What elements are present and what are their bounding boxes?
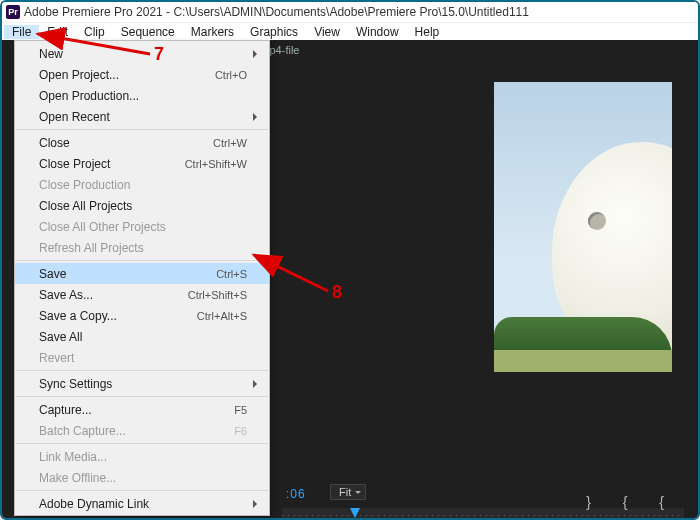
menu-item-capture[interactable]: Capture...F5 [15, 399, 269, 420]
menu-item-close-project[interactable]: Close ProjectCtrl+Shift+W [15, 153, 269, 174]
menu-markers[interactable]: Markers [183, 25, 242, 39]
file-menu-dropdown: New Open Project...Ctrl+O Open Productio… [14, 40, 270, 516]
menu-window[interactable]: Window [348, 25, 407, 39]
menu-item-sync-settings[interactable]: Sync Settings [15, 373, 269, 394]
menu-item-new[interactable]: New [15, 43, 269, 64]
menu-item-adobe-anywhere: Adobe Anywhere [15, 514, 269, 516]
window-title: Adobe Premiere Pro 2021 - C:\Users\ADMIN… [24, 5, 529, 19]
menu-view[interactable]: View [306, 25, 348, 39]
menu-item-open-production[interactable]: Open Production... [15, 85, 269, 106]
menu-separator [16, 396, 268, 397]
menu-file[interactable]: File [4, 25, 39, 39]
preview-image-ground [494, 350, 672, 372]
title-bar: Pr Adobe Premiere Pro 2021 - C:\Users\AD… [2, 2, 698, 22]
menu-item-adobe-dynamic-link[interactable]: Adobe Dynamic Link [15, 493, 269, 514]
menu-edit[interactable]: Edit [39, 25, 76, 39]
zoom-fit-dropdown[interactable]: Fit [330, 484, 366, 500]
menu-sequence[interactable]: Sequence [113, 25, 183, 39]
timecode[interactable]: :06 [286, 487, 306, 501]
app-icon: Pr [6, 5, 20, 19]
menu-item-close-production: Close Production [15, 174, 269, 195]
menu-item-close-all-other: Close All Other Projects [15, 216, 269, 237]
menu-graphics[interactable]: Graphics [242, 25, 306, 39]
menu-separator [16, 129, 268, 130]
menu-item-close[interactable]: CloseCtrl+W [15, 132, 269, 153]
menu-separator [16, 260, 268, 261]
menu-item-refresh-all: Refresh All Projects [15, 237, 269, 258]
menu-help[interactable]: Help [407, 25, 448, 39]
marker-braces: } { { [586, 494, 678, 510]
menu-item-make-offline: Make Offline... [15, 467, 269, 488]
annotation-number-7: 7 [154, 44, 164, 65]
menu-item-batch-capture: Batch Capture...F6 [15, 420, 269, 441]
menu-item-close-all-projects[interactable]: Close All Projects [15, 195, 269, 216]
program-monitor[interactable] [494, 82, 672, 372]
menu-separator [16, 443, 268, 444]
annotation-number-8: 8 [332, 282, 342, 303]
menu-item-save-all[interactable]: Save All [15, 326, 269, 347]
playhead[interactable] [350, 508, 360, 518]
menu-clip[interactable]: Clip [76, 25, 113, 39]
menu-bar: File Edit Clip Sequence Markers Graphics… [2, 22, 698, 40]
menu-item-link-media: Link Media... [15, 446, 269, 467]
menu-item-save-as[interactable]: Save As...Ctrl+Shift+S [15, 284, 269, 305]
menu-item-open-recent[interactable]: Open Recent [15, 106, 269, 127]
menu-item-save-a-copy[interactable]: Save a Copy...Ctrl+Alt+S [15, 305, 269, 326]
menu-item-revert: Revert [15, 347, 269, 368]
menu-separator [16, 490, 268, 491]
app-window: Pr Adobe Premiere Pro 2021 - C:\Users\AD… [0, 0, 700, 520]
menu-separator [16, 370, 268, 371]
menu-item-save[interactable]: SaveCtrl+S [15, 263, 269, 284]
menu-item-open-project[interactable]: Open Project...Ctrl+O [15, 64, 269, 85]
